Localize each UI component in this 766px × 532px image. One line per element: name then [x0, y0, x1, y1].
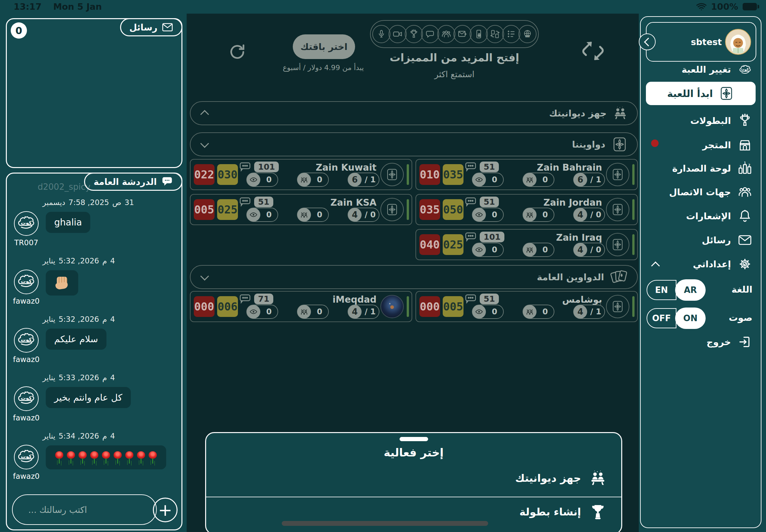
- refresh-icon[interactable]: [228, 43, 246, 61]
- user-avatar[interactable]: [725, 29, 751, 55]
- sound-on-option[interactable]: ON: [675, 308, 706, 329]
- room-logo[interactable]: [606, 198, 629, 221]
- premium-features-strip[interactable]: www: [370, 20, 539, 48]
- sidebar-item-change-game[interactable]: كوت تغيير اللعبة: [682, 62, 752, 77]
- chat-count: 51: [254, 197, 273, 207]
- sidebar-item-notifications[interactable]: الإشعارات: [686, 209, 752, 224]
- username: sbtest: [691, 23, 722, 61]
- messages-tab[interactable]: رسائل: [120, 18, 182, 36]
- activity-bar: [407, 164, 409, 185]
- room-stats: 0 0 4/ 1: [472, 305, 605, 319]
- room-logo[interactable]: [380, 163, 404, 186]
- room-name: بوشامس: [562, 294, 602, 305]
- room-card[interactable]: Zain Kuwait 022 030 101 0 0 6/ 1: [190, 159, 412, 190]
- players-pill: 4/ 0: [573, 243, 605, 257]
- message-username: fawaz0: [12, 472, 41, 480]
- sound-toggle[interactable]: OFF ON: [647, 308, 706, 329]
- chat-count: 51: [480, 294, 499, 304]
- sidebar-item-label: إعداداتي: [693, 259, 731, 270]
- room-card[interactable]: Zain Iraq 040 025 101 0 0 4/ 0: [416, 229, 638, 260]
- sidebar-item-start-game[interactable]: ابدأ اللعبة: [646, 82, 756, 105]
- room-card[interactable]: Zain Jordan 035 050 51 0 0 4/ 0: [416, 194, 638, 225]
- section-our-diwaniyas[interactable]: دواويننا: [190, 132, 638, 156]
- room-logo[interactable]: [606, 295, 629, 318]
- watchers-pill: 0: [246, 173, 278, 187]
- choose-package-button[interactable]: اختر باقتك: [293, 34, 355, 59]
- message-username: fawaz0: [12, 297, 41, 305]
- sidebar-item-store[interactable]: المتجر: [702, 138, 752, 152]
- avatar[interactable]: كوت: [14, 386, 39, 411]
- user-card[interactable]: sbtest: [646, 22, 756, 62]
- messages-count-badge: 0: [11, 22, 27, 39]
- cheers-pill: 0: [297, 305, 329, 319]
- message-username: fawaz0: [12, 414, 41, 422]
- sidebar-item-leaderboard[interactable]: 123 لوحة الصدارة: [672, 161, 752, 176]
- message-bubble: [46, 445, 166, 469]
- sidebar-item-label: رسائل: [702, 235, 731, 246]
- players-pill: 4/ 0: [347, 208, 379, 222]
- battery-percent: 100%: [711, 2, 738, 12]
- messages-tab-label: رسائل: [129, 22, 157, 32]
- chat-message-list[interactable]: ديسمبر7:58 ,2025ص31 كوت TR007 ghalia ينا…: [12, 198, 178, 487]
- room-stats: 0 0 4/ 0: [472, 208, 605, 222]
- home-indicator[interactable]: [282, 521, 488, 526]
- language-en-option[interactable]: EN: [647, 280, 676, 300]
- language-ar-option[interactable]: AR: [675, 279, 706, 301]
- sidebar-item-tournaments[interactable]: البطولات: [690, 113, 752, 128]
- room-card[interactable]: Zain Bahrain 010 035 51 0 0 6/ 1: [416, 159, 638, 190]
- room-logo[interactable]: [380, 198, 404, 221]
- avatar[interactable]: كوت: [14, 270, 39, 294]
- cheer-icon: [297, 208, 311, 222]
- wifi-icon: [696, 3, 707, 11]
- promo-headline: إفتح المزيد من المميزات: [380, 51, 529, 64]
- option-prepare-diwaniya[interactable]: جهز ديوانيتك: [220, 464, 607, 492]
- battery-icon: [743, 3, 757, 10]
- activity-bar: [632, 164, 635, 185]
- room-logo[interactable]: [606, 233, 629, 256]
- section-prepare-diwaniya[interactable]: جهز ديوانيتك: [190, 101, 638, 125]
- sidebar-item-label: البطولات: [690, 115, 731, 126]
- room-avatar-photo[interactable]: [380, 295, 404, 318]
- sound-off-option[interactable]: OFF: [647, 308, 676, 328]
- section-public-diwaniyas[interactable]: الدواوين العامة: [190, 265, 638, 289]
- score-red: 000: [420, 296, 440, 317]
- language-toggle[interactable]: EN AR: [647, 279, 706, 301]
- cheer-icon: [523, 173, 537, 187]
- message-bubble: سلام عليكم: [46, 329, 106, 350]
- sidebar-item-logout[interactable]: خروج: [707, 334, 752, 349]
- score-red: 035: [420, 199, 440, 220]
- sidebar-item-messages[interactable]: رسائل: [702, 233, 752, 248]
- settings-collapse-chevron[interactable]: [651, 261, 660, 270]
- room-card[interactable]: iMeqdad 000 006 71 0 0 4/ 1: [190, 291, 412, 322]
- add-attachment-button[interactable]: +: [153, 498, 177, 522]
- room-card[interactable]: بوشامس 000 005 51 0 0 4/ 1: [416, 291, 638, 322]
- sidebar-item-my-settings[interactable]: إعداداتي: [693, 257, 752, 272]
- sheet-drag-handle[interactable]: [400, 437, 428, 441]
- bell-icon: [737, 209, 752, 224]
- avatar[interactable]: كوت: [14, 328, 39, 353]
- collapse-sidebar-button[interactable]: [639, 33, 656, 50]
- room-chat-indicator: 101: [239, 162, 279, 172]
- avatar[interactable]: كوت: [14, 211, 39, 236]
- chat-dots-icon: [465, 162, 477, 172]
- room-stats: 0 0 6/ 1: [472, 173, 605, 187]
- room-name: iMeqdad: [333, 294, 376, 305]
- microphone-icon: [372, 25, 391, 43]
- room-card[interactable]: Zain KSA 005 025 51 0 0 4/ 0: [190, 194, 412, 225]
- room-stats: 0 0 6/ 1: [246, 173, 379, 187]
- public-chat-tab[interactable]: الدردشة العامة: [84, 173, 182, 191]
- sidebar-item-contacts[interactable]: جهات الاتصال: [669, 185, 752, 199]
- room-chat-indicator: 71: [239, 294, 273, 304]
- players-pill: 4/ 1: [573, 305, 605, 319]
- chat-input[interactable]: اكتب رسالتك ...: [12, 494, 157, 525]
- group-icon: [437, 25, 456, 43]
- chat-count: 51: [480, 162, 499, 172]
- activity-bar: [632, 234, 635, 255]
- avatar[interactable]: كوت: [14, 445, 39, 469]
- swap-cards-icon: [486, 25, 504, 43]
- diwaniya-people-icon: [613, 105, 628, 121]
- room-logo[interactable]: [606, 163, 629, 186]
- activity-bar: [632, 199, 635, 220]
- eye-icon: [247, 208, 260, 222]
- public-chat-tab-label: الدردشة العامة: [93, 177, 157, 187]
